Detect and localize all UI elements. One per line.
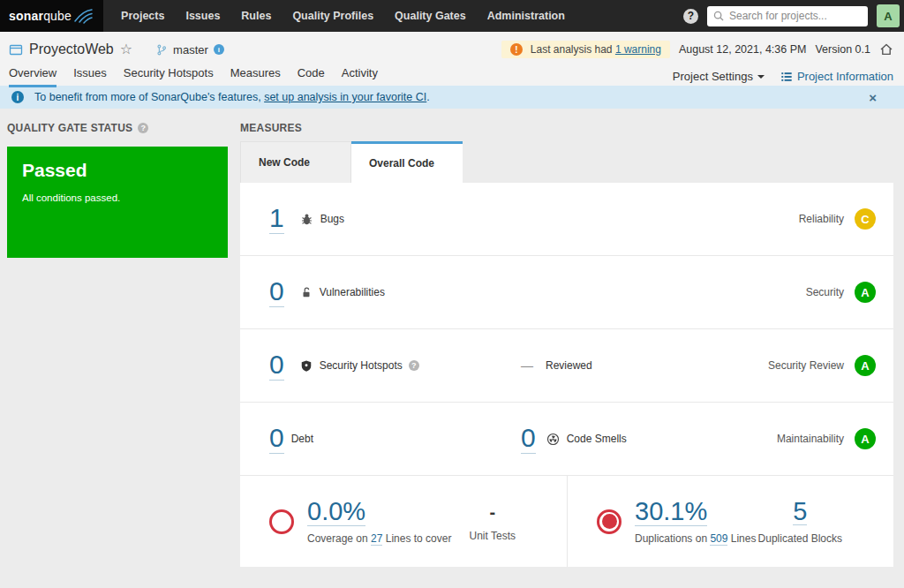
measure-row-vulnerabilities: 0 Vulnerabilities Security A	[240, 256, 893, 329]
debt-value[interactable]: 0	[269, 424, 284, 454]
open-lock-icon	[300, 286, 313, 299]
quality-gate-status: Passed	[22, 160, 213, 181]
tab-measures[interactable]: Measures	[230, 66, 281, 87]
nav-item-quality-gates[interactable]: Quality Gates	[384, 0, 477, 32]
tab-overview[interactable]: Overview	[9, 66, 56, 87]
tab-code[interactable]: Code	[298, 66, 325, 87]
duplications-value[interactable]: 30.1%	[635, 498, 707, 525]
banner-text: To benefit from more of SonarQube's feat…	[34, 91, 430, 103]
version-label: Version 0.1	[815, 43, 870, 56]
analysis-warning-chip: ! Last analysis had 1 warning	[501, 41, 670, 58]
branch-selector[interactable]: master i	[155, 43, 224, 57]
maintainability-rating-badge[interactable]: A	[855, 428, 876, 449]
reliability-label: Reliability	[799, 213, 844, 225]
topnav-right: ? A	[683, 4, 904, 27]
search-icon	[712, 10, 725, 22]
debt-label: Debt	[291, 433, 313, 445]
duplications-card: 30.1% Duplications on 509 Lines 5 Duplic…	[567, 476, 893, 567]
nav-item-administration[interactable]: Administration	[477, 0, 576, 32]
chevron-down-icon	[757, 75, 765, 79]
reviewed-value: —	[521, 358, 533, 373]
measures-footer: 0.0% Coverage on 27 Lines to cover - Uni…	[240, 476, 893, 567]
security-hotspots-label: Security Hotspots	[320, 359, 403, 372]
quality-gate-section: QUALITY GATE STATUS ? Passed All conditi…	[7, 121, 228, 567]
warning-text: Last analysis had 1 warning	[531, 43, 661, 56]
nav-item-projects[interactable]: Projects	[110, 0, 175, 32]
quality-gate-title: QUALITY GATE STATUS ?	[7, 121, 228, 135]
bugs-label: Bugs	[320, 213, 344, 225]
nav-item-rules[interactable]: Rules	[230, 0, 282, 32]
favorite-star-icon[interactable]: ☆	[120, 42, 132, 57]
measures-section: MEASURES New Code Overall Code 1 Bugs	[240, 121, 893, 567]
branch-icon	[155, 43, 168, 57]
duplicated-blocks-label: Duplicated Blocks	[758, 532, 842, 545]
nav-item-quality-profiles[interactable]: Quality Profiles	[282, 0, 384, 32]
coverage-card: 0.0% Coverage on 27 Lines to cover - Uni…	[240, 476, 567, 567]
bug-icon	[300, 213, 313, 226]
coverage-description: Coverage on 27 Lines to cover	[307, 532, 451, 545]
project-tabs: Overview Issues Security Hotspots Measur…	[9, 66, 378, 87]
project-header: ProyectoWeb ☆ master i ! Last analysis h…	[0, 32, 904, 86]
tab-activity[interactable]: Activity	[342, 66, 378, 87]
project-name: ProyectoWeb	[29, 41, 114, 57]
nav-item-issues[interactable]: Issues	[175, 0, 230, 32]
logo-swoosh-icon	[74, 9, 93, 24]
search-box	[707, 6, 868, 26]
measures-tabs: New Code Overall Code	[240, 141, 893, 183]
sonarqube-logo[interactable]: sonarqube	[0, 0, 103, 32]
measures-panel: 1 Bugs Reliability C 0	[240, 183, 893, 567]
tab-overall-code[interactable]: Overall Code	[351, 141, 463, 183]
close-icon[interactable]: ×	[869, 91, 877, 104]
ci-setup-link[interactable]: set up analysis in your favorite CI	[264, 91, 426, 103]
warning-link[interactable]: 1 warning	[615, 43, 661, 56]
main-nav: Projects Issues Rules Quality Profiles Q…	[110, 0, 576, 32]
overview-content: QUALITY GATE STATUS ? Passed All conditi…	[0, 109, 904, 567]
security-hotspots-count[interactable]: 0	[269, 351, 284, 381]
duplications-ring-icon	[597, 509, 622, 534]
security-rating-badge[interactable]: A	[855, 282, 876, 303]
quality-gate-subtitle: All conditions passed.	[22, 192, 213, 203]
quality-gate-status-box: Passed All conditions passed.	[7, 147, 228, 258]
quality-gate-help-icon[interactable]: ?	[138, 123, 148, 133]
logo-text: sonarqube	[9, 9, 72, 23]
coverage-value[interactable]: 0.0%	[307, 498, 365, 525]
vulnerabilities-count[interactable]: 0	[269, 277, 284, 307]
duplicated-blocks-value[interactable]: 5	[793, 498, 807, 525]
measure-row-maintainability: 0 Debt 0 Code Smells Maintainability A	[240, 403, 893, 476]
project-information-button[interactable]: Project Information	[780, 70, 893, 83]
shield-icon	[300, 359, 313, 373]
code-smells-count[interactable]: 0	[521, 424, 536, 454]
security-hotspots-help-icon[interactable]: ?	[409, 360, 419, 371]
reliability-rating-badge[interactable]: C	[855, 208, 876, 230]
warning-icon: !	[510, 43, 523, 56]
security-review-rating-badge[interactable]: A	[855, 355, 876, 376]
avatar[interactable]: A	[877, 4, 900, 27]
ci-info-banner: i To benefit from more of SonarQube's fe…	[0, 86, 904, 109]
analysis-date: August 12, 2021, 4:36 PM	[679, 43, 807, 56]
help-icon[interactable]: ?	[683, 9, 698, 24]
tab-new-code[interactable]: New Code	[240, 141, 351, 183]
vulnerabilities-label: Vulnerabilities	[320, 286, 385, 298]
security-review-label: Security Review	[768, 359, 844, 372]
code-smells-icon	[546, 433, 560, 446]
search-input[interactable]	[707, 6, 868, 26]
info-icon: i	[11, 91, 24, 103]
measures-title: MEASURES	[240, 121, 893, 135]
home-icon[interactable]	[879, 42, 893, 57]
maintainability-label: Maintainability	[777, 433, 844, 445]
project-settings-dropdown[interactable]: Project Settings	[673, 70, 765, 83]
list-icon	[780, 71, 793, 83]
duplicated-lines-link[interactable]: 509	[710, 532, 727, 546]
duplications-description: Duplications on 509 Lines	[635, 532, 756, 545]
lines-to-cover-link[interactable]: 27	[371, 532, 382, 546]
reviewed-label: Reviewed	[546, 359, 592, 372]
branch-name: master	[173, 43, 208, 57]
measure-row-bugs: 1 Bugs Reliability C	[240, 183, 893, 256]
branch-info-icon[interactable]: i	[214, 44, 224, 55]
code-smells-label: Code Smells	[567, 433, 627, 445]
unit-tests-label: Unit Tests	[470, 530, 516, 542]
tab-security-hotspots[interactable]: Security Hotspots	[124, 66, 214, 87]
tab-issues[interactable]: Issues	[73, 66, 107, 87]
bugs-count[interactable]: 1	[269, 204, 284, 234]
security-label: Security	[806, 286, 844, 298]
